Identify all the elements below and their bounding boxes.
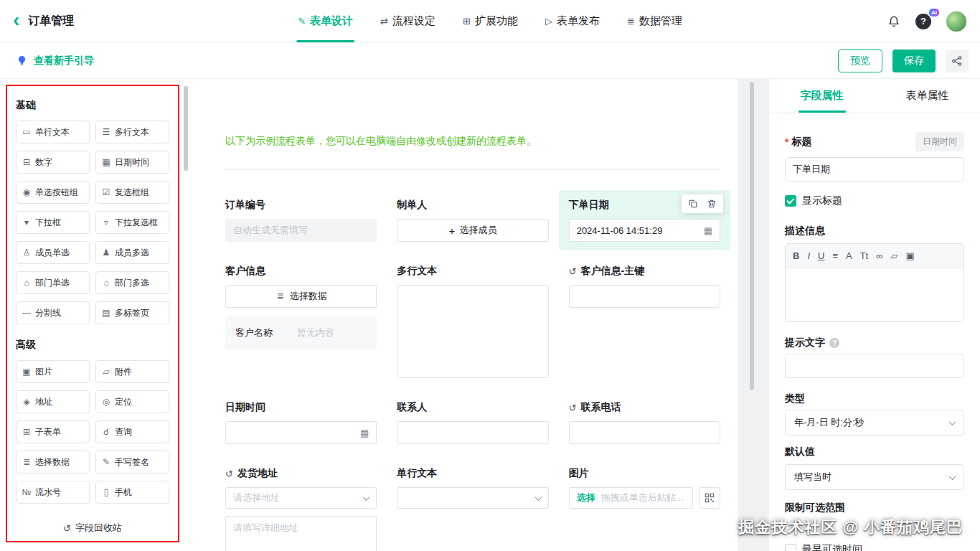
tab-form-publish[interactable]: ▷ 表单发布: [545, 0, 600, 42]
calendar-icon: ▦: [704, 225, 712, 236]
field-type-data-link[interactable]: ≣选择数据: [16, 451, 90, 474]
field-type-serial-number[interactable]: №流水号: [16, 481, 90, 504]
field-shipping-address[interactable]: ↺ 发货地址 请选择地址 请填写详细地址: [225, 467, 377, 551]
field-type-datetime[interactable]: ▦日期时间: [95, 151, 169, 174]
field-order-date-selected[interactable]: 下单日期 2024-11-06 14:51:29 ▦: [559, 190, 730, 250]
contact-input[interactable]: [397, 421, 548, 444]
qr-scan-button[interactable]: [699, 487, 720, 509]
delete-icon[interactable]: [707, 199, 717, 209]
link-icon: ↺: [569, 402, 577, 413]
field-type-signature[interactable]: ✎手写签名: [95, 451, 169, 474]
font-color-icon[interactable]: A: [846, 250, 852, 261]
show-title-row: 显示标题: [785, 194, 964, 207]
preview-button[interactable]: 预览: [838, 50, 882, 72]
field-type-label: 部门多选: [115, 277, 149, 289]
tab-extensions[interactable]: ⊞ 扩展功能: [463, 0, 518, 42]
back-icon[interactable]: ‹: [13, 10, 19, 30]
single-line-select[interactable]: [397, 487, 548, 509]
field-type-mobile[interactable]: ▯手机: [95, 481, 169, 504]
field-type-query[interactable]: ☌查询: [95, 420, 169, 443]
field-customer-key[interactable]: ↺ 客户信息-主键: [569, 265, 720, 308]
field-type-multi-select[interactable]: ▿下拉复选框: [95, 211, 169, 234]
align-icon[interactable]: ≡: [832, 250, 838, 261]
order-date-input[interactable]: 2024-11-06 14:51:29 ▦: [569, 219, 720, 242]
address-select[interactable]: 请选择地址: [225, 487, 377, 509]
field-type-dept-multi[interactable]: ⌂部门多选: [95, 271, 169, 294]
save-button[interactable]: 保存: [892, 50, 936, 72]
radio-icon: ◉: [22, 187, 32, 197]
data-icon: ≣: [275, 291, 286, 301]
avatar[interactable]: [946, 11, 967, 32]
beginner-guide-link[interactable]: 查看新手引导: [16, 55, 94, 67]
field-type-subform[interactable]: ⊞子表单: [16, 420, 90, 443]
field-order-number[interactable]: 订单编号 自动生成无需填写: [225, 199, 377, 242]
hint-text-input[interactable]: [785, 354, 964, 378]
field-datetime[interactable]: 日期时间 ▦: [225, 401, 377, 444]
field-type-label: 定位: [115, 396, 132, 408]
customer-key-input[interactable]: [569, 285, 720, 308]
field-single-line-text[interactable]: 单行文本: [397, 467, 548, 509]
field-contact[interactable]: 联系人: [397, 401, 548, 444]
canvas-scrollbar[interactable]: [750, 82, 754, 390]
insert-link-icon[interactable]: ∞: [876, 250, 882, 261]
field-creator[interactable]: 制单人 + 选择成员: [397, 199, 548, 242]
show-title-checkbox[interactable]: [785, 195, 796, 207]
italic-icon[interactable]: I: [807, 250, 810, 261]
field-type-multi-line-text[interactable]: ☰多行文本: [95, 121, 169, 143]
phone-input[interactable]: [569, 421, 720, 444]
field-phone[interactable]: ↺ 联系电话: [569, 401, 720, 444]
share-button[interactable]: [946, 50, 969, 72]
image-upload-box[interactable]: 选择 拖拽或单击后粘贴...: [569, 487, 693, 509]
tab-field-properties[interactable]: 字段属性: [769, 79, 875, 113]
tab-label: 数据管理: [639, 14, 682, 28]
datetime-format-select[interactable]: 年-月-日 时:分:秒: [785, 410, 964, 435]
tab-flow-settings[interactable]: ⇄ 流程设定: [380, 0, 435, 42]
field-type-member-single[interactable]: ♙成员单选: [16, 241, 90, 264]
field-type-number[interactable]: ⊟数字: [16, 151, 90, 174]
earliest-time-checkbox[interactable]: [785, 544, 796, 551]
select-member-label: 选择成员: [459, 224, 496, 237]
help-circle-icon[interactable]: ?: [829, 338, 839, 348]
description-editor[interactable]: B I U ≡ A Tt ∞ ▱ ▣: [785, 243, 964, 322]
field-type-select[interactable]: ▾下拉框: [16, 211, 90, 234]
font-size-icon[interactable]: Tt: [860, 250, 869, 261]
default-value-select[interactable]: 填写当时: [785, 464, 964, 490]
field-type-single-line-text[interactable]: ▭单行文本: [16, 121, 90, 143]
datetime-input[interactable]: ▦: [225, 421, 377, 444]
field-type-location[interactable]: ◎定位: [95, 390, 169, 413]
field-type-divider[interactable]: ―分割线: [16, 301, 90, 324]
copy-icon[interactable]: [688, 199, 698, 209]
address-detail-textarea[interactable]: 请填写详细地址: [225, 516, 377, 551]
insert-image-icon[interactable]: ▣: [906, 250, 915, 261]
select-member-button[interactable]: + 选择成员: [397, 219, 548, 242]
field-image-upload[interactable]: 图片 选择 拖拽或单击后粘贴...: [569, 467, 720, 509]
bold-icon[interactable]: B: [793, 250, 799, 261]
tab-form-properties[interactable]: 表单属性: [875, 79, 980, 113]
field-type-radio-group[interactable]: ◉单选按钮组: [16, 181, 90, 204]
field-type-tabs[interactable]: ▤多标签页: [95, 301, 169, 324]
field-type-image[interactable]: ▣图片: [16, 360, 90, 383]
chevron-down-icon: [949, 473, 956, 480]
bell-icon[interactable]: [887, 14, 901, 29]
underline-icon[interactable]: U: [818, 250, 824, 261]
help-icon[interactable]: ? AI: [915, 14, 931, 29]
field-type-attachment[interactable]: ▱附件: [95, 360, 169, 383]
field-recycle-bin[interactable]: ↺ 字段回收站: [7, 515, 178, 541]
sidebar-scrollbar[interactable]: [184, 86, 188, 171]
multiline-textarea[interactable]: [397, 285, 548, 378]
field-customer-info[interactable]: 客户信息 ≣ 选择数据 客户名称 暂无内容: [225, 265, 377, 349]
main-area: 基础 ▭单行文本 ☰多行文本 ⊟数字 ▦日期时间 ◉单选按钮组 ☑复选框组 ▾下…: [0, 79, 980, 551]
field-multiline-text[interactable]: 多行文本: [397, 265, 548, 378]
recycle-icon: ↺: [63, 523, 71, 534]
field-type-address[interactable]: ◈地址: [16, 390, 90, 413]
insert-attachment-icon[interactable]: ▱: [891, 250, 898, 261]
field-type-member-multi[interactable]: ♟成员多选: [95, 241, 169, 264]
field-type-dept-single[interactable]: ⌂部门单选: [16, 271, 90, 294]
subform-icon: ⊞: [22, 427, 32, 437]
tab-form-design[interactable]: ✎ 表单设计: [298, 0, 353, 42]
select-data-button[interactable]: ≣ 选择数据: [225, 285, 377, 308]
field-type-checkbox-group[interactable]: ☑复选框组: [95, 181, 169, 204]
title-input[interactable]: 下单日期: [785, 157, 964, 182]
tab-data-management[interactable]: ≣ 数据管理: [627, 0, 682, 42]
editor-content[interactable]: [786, 268, 963, 321]
